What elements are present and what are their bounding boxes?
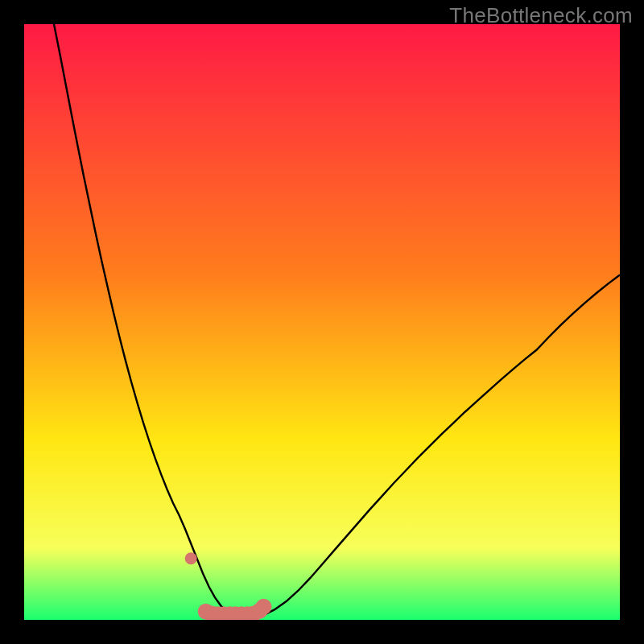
watermark-text: TheBottleneck.com [449,3,633,28]
chart-svg [24,24,620,620]
plot-area [24,24,620,620]
marker-dot [185,552,197,564]
gradient-background [24,24,620,620]
chart-frame: TheBottleneck.com [0,0,644,644]
marker-dot [255,599,271,615]
